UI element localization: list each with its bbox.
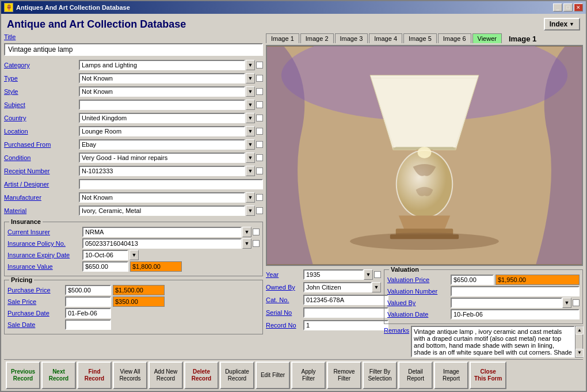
material-select[interactable]: Ivory, Ceramic, Metal [79,205,245,216]
subject-select[interactable] [79,100,245,110]
scrollbar[interactable]: ▲ ▼ [575,326,583,357]
index-button[interactable]: Index ▼ [544,18,580,31]
purchased-from-checkbox[interactable] [256,141,263,148]
image-tab-3[interactable]: Image 3 [335,33,368,43]
policy-input[interactable] [82,238,242,249]
purchase-price-input[interactable] [65,285,111,295]
category-select[interactable]: Lamps and Lighting [79,60,245,70]
valuation-price-label[interactable]: Valuation Price [387,276,451,283]
valued-by-checkbox[interactable] [573,299,580,306]
previous-record-button[interactable]: PreviousRecord [6,361,40,389]
category-label[interactable]: Category [4,62,79,68]
scroll-up[interactable]: ▲ [575,326,584,334]
country-dropdown-arrow[interactable]: ▼ [246,113,255,123]
cat-no-label[interactable]: Cat. No. [266,296,303,303]
duplicate-record-button[interactable]: DuplicateRecord [220,361,254,389]
country-label[interactable]: Country [4,115,79,121]
condition-select[interactable]: Very Good - Had minor repairs [79,153,245,163]
year-select[interactable]: 1935 [303,269,364,280]
delete-record-button[interactable]: DeleteRecord [184,361,219,389]
current-insurer-arrow[interactable]: ▼ [242,227,251,237]
serial-no-input[interactable] [303,307,388,318]
current-insurer-checkbox[interactable] [253,229,260,235]
subject-checkbox[interactable] [256,101,263,108]
minimize-button[interactable]: _ [553,3,562,12]
record-no-label[interactable]: Record No [266,322,303,329]
insurance-value-input[interactable] [82,261,128,272]
valued-by-label[interactable]: Valued By [387,299,451,306]
scroll-down[interactable]: ▼ [575,349,584,357]
apply-filter-button[interactable]: ApplyFilter [291,361,326,389]
style-dropdown-arrow[interactable]: ▼ [246,86,255,97]
condition-checkbox[interactable] [256,154,263,161]
valued-by-arrow[interactable]: ▼ [562,298,571,308]
sale-price-label[interactable]: Sale Price [7,298,65,305]
remove-filter-button[interactable]: RemoveFilter [327,361,361,389]
policy-label[interactable]: Insurance Policy No. [7,240,82,247]
owned-by-label[interactable]: Owned By [266,284,303,291]
owned-by-select[interactable]: John Citizen [303,282,372,292]
category-checkbox[interactable] [256,62,263,68]
current-insurer-label[interactable]: Current Insurer [7,229,82,235]
image-tab-1[interactable]: Image 1 [266,33,299,43]
receipt-number-label[interactable]: Receipt Number [4,168,79,174]
policy-arrow[interactable]: ▼ [242,238,251,249]
purchased-from-dropdown-arrow[interactable]: ▼ [246,139,255,150]
valuation-number-label[interactable]: Valuation Number [387,288,451,295]
valuation-price-orange[interactable] [495,275,580,285]
viewer-tab[interactable]: Viewer [472,33,502,43]
expiry-arrow[interactable]: ▼ [129,250,139,260]
receipt-number-checkbox[interactable] [256,168,263,174]
cat-no-input[interactable] [303,295,388,305]
remarks-textarea[interactable]: Vintage antique lamp , ivory ceramic and… [411,326,575,357]
image-report-button[interactable]: ImageReport [434,361,468,389]
expiry-input[interactable] [82,250,128,260]
purchase-price-label[interactable]: Purchase Price [7,287,65,294]
style-select[interactable]: Not Known [79,86,245,97]
condition-label[interactable]: Condition [4,154,79,161]
type-select[interactable]: Not Known [79,73,245,83]
filter-by-selection-button[interactable]: Filter BySelection [363,361,397,389]
maximize-button[interactable]: □ [563,3,573,12]
style-checkbox[interactable] [256,88,263,95]
valuation-price-input[interactable] [451,275,494,285]
next-record-button[interactable]: NextRecord [41,361,76,389]
edit-filter-button[interactable]: Edit Filter [256,361,290,389]
country-checkbox[interactable] [256,115,263,121]
record-no-input[interactable] [303,320,388,330]
insurance-value-label[interactable]: Insurance Value [7,263,82,270]
image-tab-4[interactable]: Image 4 [369,33,402,43]
expiry-label[interactable]: Insurance Expiry Date [7,252,82,258]
close-button[interactable]: ✕ [574,3,583,12]
purchase-date-label[interactable]: Purchase Date [7,310,65,317]
material-dropdown-arrow[interactable]: ▼ [246,205,255,216]
sale-price-orange[interactable] [113,296,165,307]
find-record-button[interactable]: FindRecord [77,361,112,389]
material-label[interactable]: Material [4,207,79,214]
year-label[interactable]: Year [266,271,303,278]
country-select[interactable]: United Kingdom [79,113,245,123]
artist-input[interactable] [79,179,263,189]
remarks-label[interactable]: Remarks [384,326,409,334]
location-dropdown-arrow[interactable]: ▼ [246,126,255,136]
artist-label[interactable]: Artist / Designer [4,181,79,188]
image-tab-2[interactable]: Image 2 [300,33,334,43]
policy-checkbox[interactable] [253,240,260,247]
category-dropdown-arrow[interactable]: ▼ [246,60,255,70]
location-select[interactable]: Lounge Room [79,126,245,136]
purchase-date-input[interactable] [65,308,111,318]
style-label[interactable]: Style [4,88,79,95]
serial-no-label[interactable]: Serial No [266,309,303,316]
owned-by-dropdown-arrow[interactable]: ▼ [372,282,381,292]
manufacturer-label[interactable]: Manufacturer [4,194,79,201]
title-input[interactable] [4,43,263,56]
image-tab-6[interactable]: Image 6 [438,33,471,43]
type-dropdown-arrow[interactable]: ▼ [246,73,255,83]
current-insurer-select[interactable]: NRMA [82,227,242,237]
sale-price-input[interactable] [65,296,111,307]
material-checkbox[interactable] [256,207,263,214]
receipt-number-dropdown-arrow[interactable]: ▼ [246,166,255,176]
valuation-date-input[interactable] [451,309,580,319]
subject-dropdown-arrow[interactable]: ▼ [246,100,255,110]
subject-label[interactable]: Subject [4,101,79,108]
